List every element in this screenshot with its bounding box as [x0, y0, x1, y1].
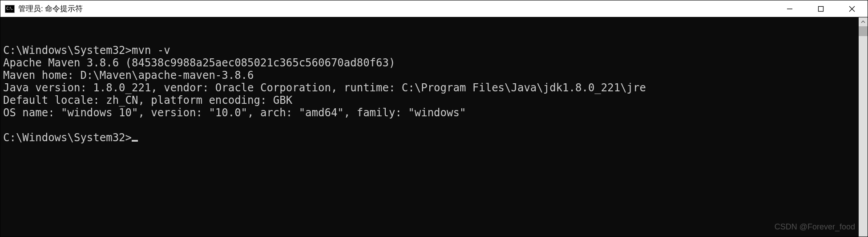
prompt: C:\Windows\System32> — [3, 131, 132, 144]
svg-rect-1 — [819, 6, 824, 11]
output-line: Default locale: zh_CN, platform encoding… — [3, 94, 292, 106]
output-line: Java version: 1.8.0_221, vendor: Oracle … — [3, 82, 646, 94]
output-line: OS name: "windows 10", version: "10.0", … — [3, 106, 466, 119]
cursor — [132, 140, 138, 142]
output-line: Apache Maven 3.8.6 (84538c9988a25aec0850… — [3, 57, 395, 69]
scroll-up-arrow-icon[interactable] — [859, 17, 868, 26]
vertical-scrollbar[interactable] — [859, 17, 868, 237]
command-input: mvn -v — [132, 44, 170, 57]
titlebar-left: C:\. 管理员: 命令提示符 — [5, 4, 83, 14]
command-prompt-window: C:\. 管理员: 命令提示符 C:\Windows\System32>mvn … — [0, 0, 868, 237]
terminal-output: C:\Windows\System32>mvn -v Apache Maven … — [3, 44, 865, 144]
close-button[interactable] — [836, 0, 868, 17]
window-title: 管理员: 命令提示符 — [18, 4, 83, 14]
prompt: C:\Windows\System32> — [3, 44, 132, 57]
watermark: CSDN @Forever_food — [775, 221, 855, 233]
titlebar[interactable]: C:\. 管理员: 命令提示符 — [0, 0, 868, 17]
terminal-area[interactable]: C:\Windows\System32>mvn -v Apache Maven … — [0, 17, 868, 237]
cmd-icon: C:\. — [5, 5, 15, 13]
maximize-button[interactable] — [805, 0, 836, 17]
minimize-button[interactable] — [774, 0, 805, 17]
scroll-thumb[interactable] — [859, 26, 868, 36]
window-controls — [774, 0, 868, 17]
output-line: Maven home: D:\Maven\apache-maven-3.8.6 — [3, 69, 254, 82]
